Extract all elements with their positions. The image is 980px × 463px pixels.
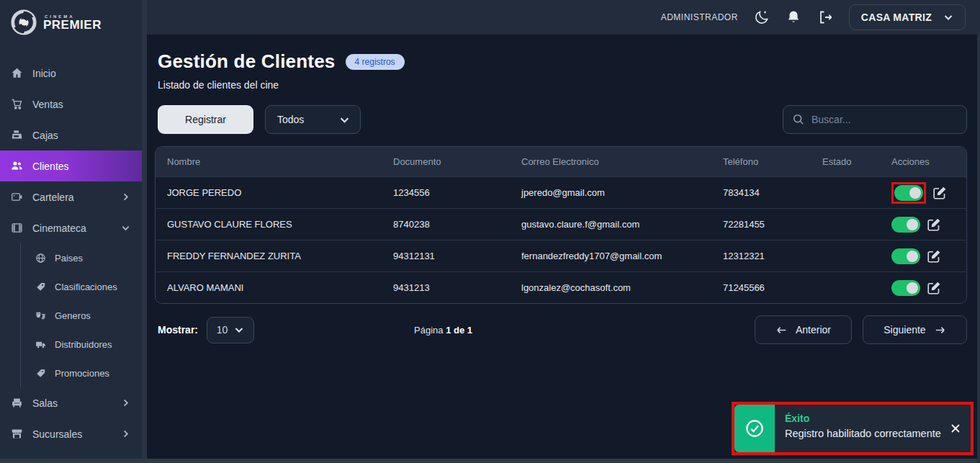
toast-message: Registro habilitado correctamente xyxy=(785,428,939,439)
previous-page-button[interactable]: Anterior xyxy=(755,315,852,344)
cart-icon xyxy=(11,98,23,110)
column-header-estado: Estado xyxy=(822,156,891,167)
client-email: lgonzalez@cochasoft.com xyxy=(521,282,723,293)
sidebar-item-cajas[interactable]: Cajas xyxy=(0,120,142,150)
app-window: CINEMA PREMIER Inicio Ventas Cajas Clien… xyxy=(0,0,980,463)
notifications-bell-icon[interactable] xyxy=(786,9,801,25)
billboard-icon xyxy=(11,191,23,203)
sidebar-item-cinemateca[interactable]: Cinemateca xyxy=(0,212,142,243)
sidebar-subitem-label: Promociones xyxy=(55,368,109,379)
table-header-row: Nombre Documento Correo Electronico Telé… xyxy=(156,147,966,176)
next-page-button[interactable]: Siguiente xyxy=(863,315,967,344)
client-phone: 7834134 xyxy=(723,187,822,198)
sidebar-item-label: Salas xyxy=(32,397,58,409)
client-phone: 12312321 xyxy=(723,251,822,261)
page-size-value: 10 xyxy=(217,324,228,336)
sidebar-subitem-clasificaciones[interactable]: Clasificaciones xyxy=(21,272,142,301)
client-name: JORGE PEREDO xyxy=(156,187,393,198)
sidebar-item-clientes[interactable]: Clientes xyxy=(0,150,142,181)
vertical-scrollbar[interactable] xyxy=(977,35,980,463)
sidebar-scrollbar[interactable] xyxy=(142,0,147,463)
close-icon[interactable] xyxy=(949,422,962,435)
status-toggle[interactable] xyxy=(891,217,920,233)
edit-icon[interactable] xyxy=(927,281,941,295)
logout-icon[interactable] xyxy=(817,9,833,25)
next-page-label: Siguiente xyxy=(884,324,925,336)
edit-icon[interactable] xyxy=(927,217,941,232)
pagination: Mostrar: 10 Página 1 de 1 Anterior Sigui… xyxy=(158,315,967,344)
chevron-right-icon xyxy=(121,192,130,202)
table-row: FREDDY FERNANDEZ ZURITA 94312131 fernand… xyxy=(156,240,966,271)
clients-table: Nombre Documento Correo Electronico Telé… xyxy=(155,146,967,304)
chevron-down-icon xyxy=(234,325,244,335)
store-icon xyxy=(11,428,23,440)
branch-selector[interactable]: CASA MATRIZ xyxy=(849,4,966,30)
status-toggle[interactable] xyxy=(891,280,920,296)
sidebar: CINEMA PREMIER Inicio Ventas Cajas Clien… xyxy=(0,0,142,463)
arrow-left-icon xyxy=(776,324,788,336)
page-subtitle: Listado de clientes del cine xyxy=(158,79,967,91)
client-document: 9431213 xyxy=(393,282,521,293)
sidebar-item-label: Sucursales xyxy=(32,428,82,440)
sidebar-item-sucursales[interactable]: Sucursales xyxy=(0,418,142,449)
sidebar-item-salas[interactable]: Salas xyxy=(0,387,142,418)
sidebar-subitem-generos[interactable]: Generos xyxy=(21,301,142,330)
edit-icon[interactable] xyxy=(932,186,947,200)
search-box xyxy=(783,105,967,134)
annotation-box xyxy=(891,182,926,204)
page-size-select[interactable]: 10 xyxy=(207,317,254,343)
sidebar-subitem-distribuidores[interactable]: Distribuidores xyxy=(21,330,142,359)
filter-select[interactable]: Todos xyxy=(265,105,361,134)
tag-icon xyxy=(35,282,46,292)
previous-page-label: Anterior xyxy=(796,324,831,336)
success-toast: Éxito Registro habilitado correctamente xyxy=(734,405,971,452)
role-label: ADMINISTRADOR xyxy=(661,12,738,22)
toggle-knob xyxy=(909,187,921,199)
home-icon xyxy=(11,67,23,79)
horizontal-scrollbar[interactable] xyxy=(0,459,980,463)
arrow-right-icon xyxy=(934,324,946,336)
status-toggle[interactable] xyxy=(894,185,923,201)
sidebar-item-label: Cajas xyxy=(32,130,58,141)
sidebar-item-inicio[interactable]: Inicio xyxy=(0,58,142,89)
client-email: jperedo@gmail.com xyxy=(521,187,723,198)
table-row: GUSTAVO CLAURE FLORES 8740238 gustavo.cl… xyxy=(156,208,966,240)
filter-select-value: Todos xyxy=(277,114,304,125)
check-circle-icon xyxy=(744,418,765,439)
records-count-badge: 4 registros xyxy=(346,54,405,70)
client-document: 94312131 xyxy=(393,251,521,261)
users-icon xyxy=(11,160,23,172)
chevron-right-icon xyxy=(121,398,130,408)
sidebar-nav: Inicio Ventas Cajas Clientes Cartelera xyxy=(0,58,142,463)
page-info: Página 1 de 1 xyxy=(414,325,472,336)
column-header-documento: Documento xyxy=(393,156,521,167)
page-title: Gestión de Clientes xyxy=(158,50,336,73)
status-toggle[interactable] xyxy=(891,248,920,264)
register-button[interactable]: Registrar xyxy=(158,105,253,134)
sidebar-subitem-paises[interactable]: Paises xyxy=(21,243,142,272)
sidebar-item-label: Cinemateca xyxy=(32,222,86,234)
client-phone: 71245566 xyxy=(723,282,822,293)
sidebar-item-label: Clientes xyxy=(32,161,69,172)
globe-icon xyxy=(35,253,46,264)
search-input[interactable] xyxy=(812,114,958,125)
sidebar-item-ventas[interactable]: Ventas xyxy=(0,89,142,120)
cinema-premier-logo-icon xyxy=(10,9,37,36)
chevron-down-icon xyxy=(121,223,130,233)
sidebar-item-cartelera[interactable]: Cartelera xyxy=(0,181,142,212)
toast-title: Éxito xyxy=(785,413,939,424)
edit-icon[interactable] xyxy=(927,249,941,264)
page-info-label: Página xyxy=(414,325,443,336)
client-email: fernandezfreddy1707@gmail.com xyxy=(521,251,723,261)
sidebar-subitem-promociones[interactable]: Promociones xyxy=(21,359,142,387)
brand-name-text: PREMIER xyxy=(43,19,102,31)
chevron-down-icon xyxy=(943,12,953,22)
client-name: FREDDY FERNANDEZ ZURITA xyxy=(156,251,393,261)
toggle-knob xyxy=(907,282,918,294)
show-label: Mostrar: xyxy=(158,324,198,336)
sidebar-subitem-label: Generos xyxy=(55,310,91,321)
client-name: ALVARO MAMANI xyxy=(156,282,393,293)
dark-mode-moon-icon[interactable] xyxy=(754,9,770,25)
client-document: 8740238 xyxy=(393,219,521,230)
client-phone: 72281455 xyxy=(723,219,822,230)
